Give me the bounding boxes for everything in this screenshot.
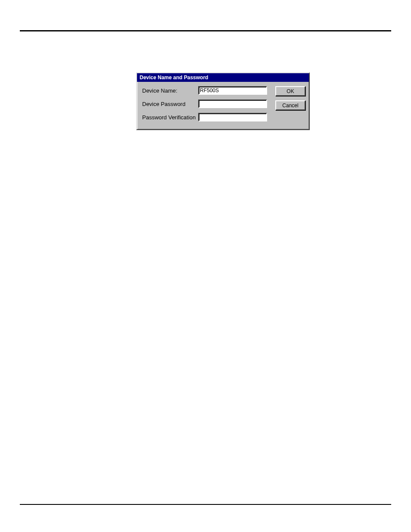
dialog-title: Device Name and Password [140, 75, 208, 81]
dialog-titlebar: Device Name and Password [137, 73, 309, 82]
dialog-button-column: OK Cancel [275, 86, 305, 115]
bottom-horizontal-rule [20, 504, 391, 505]
dialog-content: Device Name: Device Password Password Ve… [137, 82, 309, 130]
cancel-button[interactable]: Cancel [275, 100, 305, 110]
device-name-input[interactable] [198, 86, 267, 95]
ok-button[interactable]: OK [275, 86, 305, 96]
password-verification-input[interactable] [198, 113, 267, 121]
device-password-label: Device Password [142, 101, 198, 107]
password-verification-label: Password Verification [142, 114, 198, 121]
device-name-password-dialog: Device Name and Password Device Name: De… [136, 72, 310, 130]
device-name-label: Device Name: [142, 87, 198, 94]
top-horizontal-rule [20, 30, 391, 31]
cancel-button-label: Cancel [282, 103, 298, 109]
device-password-input[interactable] [198, 100, 267, 108]
ok-button-label: OK [286, 88, 294, 94]
